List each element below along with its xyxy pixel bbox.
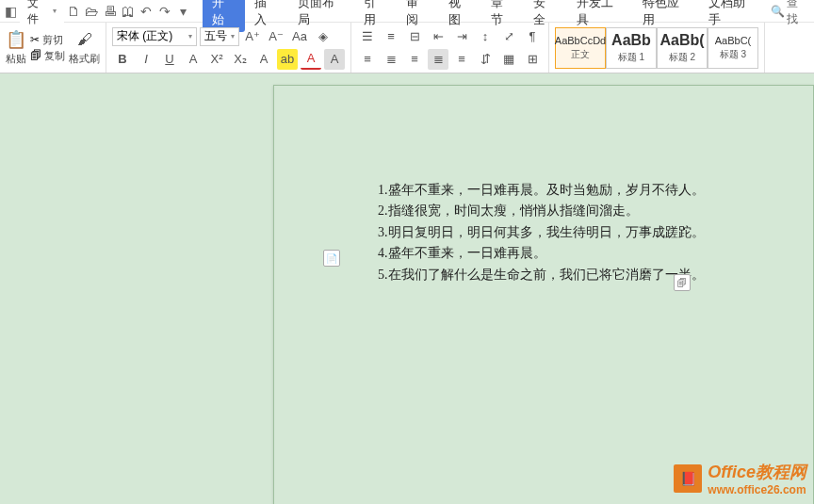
numbering-icon[interactable]: ≡ <box>381 26 401 47</box>
font-name-select[interactable]: 宋体 (正文)▾ <box>112 27 197 46</box>
increase-font-icon[interactable]: A⁺ <box>242 26 263 47</box>
new-icon[interactable]: 🗋 <box>64 2 82 21</box>
list-item[interactable]: 1.盛年不重来，一日难再晨。及时当勉励，岁月不待人。 <box>378 180 705 201</box>
justify-icon[interactable]: ≣ <box>428 49 448 70</box>
search-button[interactable]: 🔍 查找 <box>765 0 814 27</box>
paste-label: 粘贴 <box>6 52 26 66</box>
watermark: 📕 Office教程网 www.office26.com <box>674 461 806 496</box>
ribbon: 📋 粘贴 ✂ 剪切 🗐 复制 🖌 格式刷 <box>0 23 814 73</box>
show-marks-icon[interactable]: ¶ <box>522 26 543 47</box>
format-painter-icon[interactable]: 🖌 <box>74 29 95 50</box>
style-heading1[interactable]: AaBb 标题 1 <box>606 27 657 69</box>
shading-fill-icon[interactable]: ▦ <box>498 49 519 70</box>
search-icon: 🔍 <box>771 5 785 18</box>
list-item[interactable]: 5.在我们了解什么是生命之前，我们已将它消磨了一半。 <box>378 265 705 285</box>
cut-button[interactable]: ✂ 剪切 <box>30 33 65 47</box>
layout-options-icon[interactable]: 🗐 <box>674 274 691 291</box>
chevron-down-icon: ▾ <box>53 7 57 15</box>
style-normal[interactable]: AaBbCcDd 正文 <box>555 27 606 69</box>
undo-icon[interactable]: ↶ <box>138 2 155 21</box>
document-area: 1.盛年不重来，一日难再晨。及时当勉励，岁月不待人。 2.指缝很宽，时间太瘦，悄… <box>0 73 814 504</box>
borders-icon[interactable]: ⊞ <box>522 49 543 70</box>
font-color-button[interactable]: A <box>301 49 321 70</box>
italic-button[interactable]: I <box>136 49 156 70</box>
increase-indent-icon[interactable]: ⇥ <box>451 26 472 47</box>
format-painter-label: 格式刷 <box>69 52 100 66</box>
align-left-icon[interactable]: ≡ <box>357 49 378 70</box>
decrease-indent-icon[interactable]: ⇤ <box>428 26 448 47</box>
font-size-select[interactable]: 五号▾ <box>200 27 239 46</box>
list-item[interactable]: 4.盛年不重来，一日难再晨。 <box>378 243 705 264</box>
align-center-icon[interactable]: ≣ <box>381 49 401 70</box>
bold-button[interactable]: B <box>112 49 133 70</box>
copy-button[interactable]: 🗐 复制 <box>30 49 65 63</box>
search-label: 查找 <box>787 0 808 27</box>
superscript-button[interactable]: X² <box>206 49 227 70</box>
paste-options-icon[interactable]: 📄 <box>323 250 340 267</box>
watermark-url: www.office26.com <box>708 483 806 496</box>
list-item[interactable]: 2.指缝很宽，时间太瘦，悄悄从指缝间溜走。 <box>378 201 705 221</box>
distribute-icon[interactable]: ≡ <box>451 49 472 70</box>
shading-button[interactable]: A <box>324 49 345 70</box>
print-preview-icon[interactable]: 🕮 <box>119 2 137 21</box>
decrease-font-icon[interactable]: A⁻ <box>266 26 286 47</box>
change-case-icon[interactable]: Aa <box>289 26 310 47</box>
app-icon: ◧ <box>2 2 20 21</box>
copy-icon: 🗐 <box>30 49 41 62</box>
line-spacing-icon[interactable]: ⇵ <box>475 49 496 70</box>
document-content[interactable]: 1.盛年不重来，一日难再晨。及时当勉励，岁月不待人。 2.指缝很宽，时间太瘦，悄… <box>378 180 705 285</box>
multilevel-icon[interactable]: ⊟ <box>404 26 425 47</box>
list-item[interactable]: 3.明日复明日，明日何其多，我生待明日，万事成蹉跎。 <box>378 222 705 243</box>
text-direction-icon[interactable]: ↕ <box>475 26 496 47</box>
align-right-icon[interactable]: ≡ <box>404 49 425 70</box>
dropdown-icon[interactable]: ▾ <box>173 2 191 21</box>
save-icon[interactable]: 🖶 <box>101 2 119 21</box>
subscript-button[interactable]: X₂ <box>230 49 251 70</box>
open-icon[interactable]: 🗁 <box>83 2 101 21</box>
underline-button[interactable]: U <box>159 49 180 70</box>
watermark-icon: 📕 <box>674 464 702 493</box>
text-effects-button[interactable]: A <box>253 49 274 70</box>
redo-icon[interactable]: ↷ <box>155 2 173 21</box>
strike-button[interactable]: A <box>183 49 204 70</box>
page[interactable]: 1.盛年不重来，一日难再晨。及时当勉励，岁月不待人。 2.指缝很宽，时间太瘦，悄… <box>273 85 814 504</box>
style-heading3[interactable]: AaBbC( 标题 3 <box>708 27 758 69</box>
paste-icon[interactable]: 📋 <box>6 29 26 50</box>
watermark-title: Office教程网 <box>708 463 806 481</box>
sort-icon[interactable]: ⤢ <box>498 26 519 47</box>
clear-format-icon[interactable]: ◈ <box>313 26 334 47</box>
highlight-button[interactable]: ab <box>277 49 298 70</box>
cut-icon: ✂ <box>30 33 40 46</box>
style-heading2[interactable]: AaBb( 标题 2 <box>657 27 708 69</box>
bullets-icon[interactable]: ☰ <box>357 26 378 47</box>
